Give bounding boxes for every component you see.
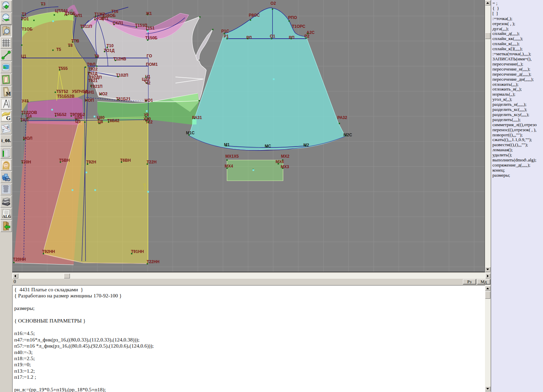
svg-text:РА31: РА31	[192, 115, 202, 120]
svg-text:ЧЛ1: ЧЛ1	[74, 13, 82, 18]
svg-text:Т5Т52: Т5Т52	[56, 89, 68, 94]
svg-text:О2: О2	[270, 1, 276, 6]
svg-text:Т61Б21: Т61Б21	[116, 97, 131, 101]
svg-text:Т5: Т5	[56, 47, 61, 52]
svg-text:Т92Н: Т92Н	[86, 160, 96, 164]
svg-text:сгиб: сгиб	[143, 183, 147, 190]
svg-text:А2С: А2С	[306, 30, 315, 35]
svg-text:МХ2: МХ2	[281, 154, 289, 159]
svg-text:ПОМ1: ПОМ1	[146, 62, 158, 67]
svg-text:РА32: РА32	[337, 115, 347, 120]
svg-text:M: M	[6, 91, 11, 97]
svg-text:A: A	[4, 102, 6, 104]
svg-text:Т6ВН: Т6ВН	[120, 158, 131, 163]
svg-text:Ц1: Ц1	[21, 54, 26, 59]
svg-text:Т92НН: Т92НН	[42, 249, 55, 254]
svg-text:3D: 3D	[5, 177, 11, 182]
svg-text:Т22Н: Т22Н	[147, 160, 156, 164]
svg-text:У41: У41	[22, 99, 29, 103]
svg-text:Т20Н: Т20Н	[21, 160, 31, 164]
svg-text:Р1: Р1	[224, 34, 229, 39]
svg-text:i_66.: i_66.	[1, 138, 11, 143]
svg-text:ТТВ: ТТВ	[71, 39, 79, 43]
svg-text:М2С: М2С	[343, 133, 352, 137]
svg-text:ТФЛ: ТФЛ	[87, 62, 95, 67]
svg-text:Т3: Т3	[41, 2, 45, 6]
svg-text:Т102П: Т102П	[116, 73, 128, 78]
svg-text:Ч2: Ч2	[145, 81, 150, 85]
svg-text:Т20НН: Т20НН	[13, 257, 26, 262]
svg-text:МХ3: МХ3	[281, 164, 289, 169]
svg-text:ЦЛ1: ЦЛ1	[100, 16, 109, 21]
svg-text:РП: РП	[289, 35, 295, 40]
svg-text:М1С: М1С	[186, 131, 195, 135]
svg-text:Т8: Т8	[68, 43, 73, 48]
svg-text:РЛ: РЛ	[246, 35, 252, 40]
svg-text:Т22НН: Т22НН	[147, 259, 160, 264]
svg-text:Т10: Т10	[107, 43, 114, 48]
svg-text:НОП: НОП	[85, 98, 94, 103]
svg-text:Т921: Т921	[88, 78, 98, 83]
svg-text:Ж1: Ж1	[146, 11, 152, 16]
svg-text:Т1ОРС: Т1ОРС	[292, 24, 305, 29]
svg-text:Т921П: Т921П	[90, 84, 102, 89]
svg-text:ТАЛ: ТАЛ	[20, 118, 29, 122]
svg-text:Р8ОС: Р8ОС	[249, 13, 260, 18]
svg-text:ТО1Д: ТО1Д	[104, 48, 115, 53]
svg-text:М2: М2	[303, 143, 309, 148]
svg-text:G: G	[6, 115, 11, 121]
svg-text:7: 7	[2, 128, 4, 132]
svg-text:Т9: Т9	[94, 54, 99, 59]
svg-text:Р1С: Р1С	[221, 29, 229, 34]
svg-text:РПО: РПО	[288, 15, 297, 20]
svg-text:НО1: НО1	[145, 98, 153, 103]
svg-text:Т911П: Т911П	[80, 24, 92, 29]
svg-text:МОЛ: МОЛ	[23, 136, 32, 141]
svg-text:Т51Б52В: Т51Б52В	[57, 94, 75, 99]
svg-text:МХ1Х5: МХ1Х5	[225, 154, 239, 159]
svg-text:Т150Б: Т150Б	[145, 36, 157, 40]
svg-text:Т22: Т22	[146, 120, 153, 124]
svg-text:СКЛ1: СКЛ1	[113, 21, 123, 25]
svg-text:О1: О1	[270, 34, 275, 39]
svg-text:М1: М1	[224, 142, 230, 147]
svg-text:ГО: ГО	[147, 54, 152, 58]
svg-text:ALG: ALG	[2, 214, 11, 219]
svg-text:ТО1: ТО1	[21, 17, 29, 21]
svg-text:Т12НВ: Т12НВ	[113, 57, 126, 61]
svg-text:Т16: Т16	[111, 9, 118, 14]
svg-text:МС: МС	[265, 144, 271, 149]
svg-text:Т922: Т922	[88, 67, 98, 72]
svg-text:Т151: Т151	[145, 26, 155, 31]
svg-text:Ц5: Ц5	[75, 119, 81, 124]
svg-text:Т5Б52: Т5Б52	[54, 112, 67, 117]
svg-text:Т1ОБ: Т1ОБ	[22, 27, 33, 32]
svg-text:Т1: Т1	[22, 12, 26, 17]
svg-text:У5Н1: У5Н1	[84, 90, 94, 95]
svg-text:МХ4: МХ4	[225, 164, 233, 169]
svg-text:Т555: Т555	[58, 66, 68, 71]
svg-text:НО2: НО2	[99, 92, 108, 96]
svg-text:МХ6: МХ6	[276, 159, 284, 164]
svg-text:Т91НН: Т91НН	[131, 249, 144, 254]
svg-text:Т5ВН: Т5ВН	[59, 158, 70, 163]
svg-text:Т8Б62: Т8Б62	[107, 118, 119, 123]
svg-text:Ц8: Ц8	[98, 119, 103, 124]
